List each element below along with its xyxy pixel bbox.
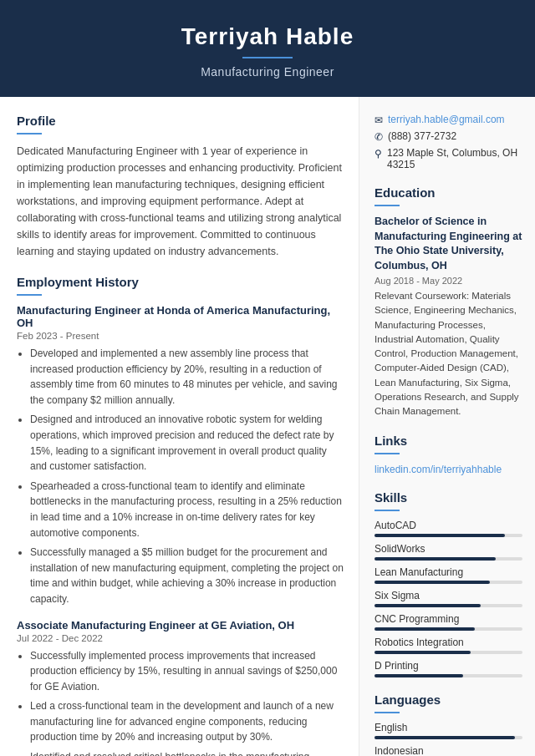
skill-bar-bg-sixsigma — [374, 604, 522, 607]
skills-divider — [374, 510, 400, 511]
skill-name-autocad: AutoCAD — [374, 520, 522, 531]
bullet-1-4: Successfully managed a $5 million budget… — [30, 545, 344, 606]
job-dates-1: Feb 2023 - Present — [17, 331, 344, 341]
skill-bar-fill-sixsigma — [374, 604, 481, 607]
employment-divider — [17, 294, 42, 296]
skill-bar-fill-dprinting — [374, 674, 463, 677]
skill-autocad: AutoCAD — [374, 520, 522, 537]
job-entry-1: Manufacturing Engineer at Honda of Ameri… — [17, 304, 344, 607]
right-column: ✉ terriyah.hable@gmail.com ✆ (888) 377-2… — [359, 97, 535, 756]
address-text: 123 Maple St, Columbus, OH 43215 — [387, 147, 522, 170]
skill-name-lean: Lean Manufacturing — [374, 566, 522, 578]
resume-header: Terriyah Hable Manufacturing Engineer — [0, 0, 535, 97]
skill-lean: Lean Manufacturing — [374, 566, 522, 584]
job-bullets-1: Developed and implemented a new assembly… — [17, 346, 344, 607]
skill-bar-fill-cnc — [374, 627, 475, 631]
skill-bar-fill-lean — [374, 581, 490, 584]
skill-bar-bg-solidworks — [374, 557, 522, 561]
skills-section: Skills AutoCAD SolidWorks Lean Manufactu… — [374, 490, 522, 677]
bullet-2-3: Identified and resolved critical bottlen… — [30, 749, 344, 756]
contact-email: ✉ terriyah.hable@gmail.com — [374, 114, 522, 126]
bullet-2-1: Successfully implemented process improve… — [30, 648, 344, 695]
linkedin-link[interactable]: linkedin.com/in/terriyahhable — [374, 464, 502, 475]
skill-bar-fill-solidworks — [374, 557, 496, 561]
job-title-2: Associate Manufacturing Engineer at GE A… — [17, 619, 344, 632]
links-divider — [374, 453, 400, 454]
contact-phone: ✆ (888) 377-2732 — [374, 130, 522, 143]
skill-robotics: Robotics Integration — [374, 637, 522, 654]
bullet-1-3: Spearheaded a cross-functional team to i… — [30, 479, 344, 540]
lang-bar-bg-english — [374, 736, 522, 739]
job-title-1: Manufacturing Engineer at Honda of Ameri… — [17, 304, 344, 329]
profile-divider — [17, 133, 42, 134]
lang-name-indonesian: Indonesian — [374, 745, 522, 756]
skill-bar-fill-robotics — [374, 651, 471, 654]
contact-address: ⚲ 123 Maple St, Columbus, OH 43215 — [374, 147, 522, 170]
edu-degree: Bachelor of Science in Manufacturing Eng… — [374, 215, 522, 273]
links-section: Links linkedin.com/in/terriyahhable — [374, 434, 522, 475]
candidate-name: Terriyah Hable — [17, 23, 518, 50]
bullet-1-2: Designed and introduced an innovative ro… — [30, 412, 344, 474]
skill-bar-bg-dprinting — [374, 674, 522, 677]
email-link[interactable]: terriyah.hable@gmail.com — [388, 114, 505, 125]
employment-section: Employment History Manufacturing Enginee… — [17, 275, 344, 756]
email-icon: ✉ — [374, 114, 383, 126]
skill-solidworks: SolidWorks — [374, 543, 522, 561]
skill-cnc: CNC Programming — [374, 613, 522, 631]
education-title: Education — [374, 185, 522, 200]
phone-text: (888) 377-2732 — [388, 130, 456, 142]
header-divider — [242, 57, 293, 58]
employment-title: Employment History — [17, 275, 344, 289]
skill-name-dprinting: D Printing — [374, 660, 522, 672]
profile-title: Profile — [17, 114, 344, 128]
lang-english: English — [374, 722, 522, 739]
bullet-2-2: Led a cross-functional team in the devel… — [30, 698, 344, 745]
lang-indonesian: Indonesian — [374, 745, 522, 756]
skill-bar-bg-cnc — [374, 627, 522, 631]
skill-bar-bg-lean — [374, 581, 522, 584]
skill-name-solidworks: SolidWorks — [374, 543, 522, 555]
skill-sixsigma: Six Sigma — [374, 590, 522, 607]
languages-divider — [374, 712, 400, 713]
main-layout: Profile Dedicated Manufacturing Engineer… — [0, 97, 535, 756]
skill-name-cnc: CNC Programming — [374, 613, 522, 625]
job-dates-2: Jul 2022 - Dec 2022 — [17, 633, 344, 643]
skills-title: Skills — [374, 490, 522, 505]
profile-section: Profile Dedicated Manufacturing Engineer… — [17, 114, 344, 260]
contact-section: ✉ terriyah.hable@gmail.com ✆ (888) 377-2… — [374, 114, 522, 170]
left-column: Profile Dedicated Manufacturing Engineer… — [0, 97, 359, 756]
skill-bar-bg-robotics — [374, 651, 522, 654]
education-section: Education Bachelor of Science in Manufac… — [374, 185, 522, 419]
skill-bar-fill-autocad — [374, 534, 505, 537]
job-bullets-2: Successfully implemented process improve… — [17, 648, 344, 757]
skill-name-robotics: Robotics Integration — [374, 637, 522, 648]
edu-courses: Relevant Coursework: Materials Science, … — [374, 289, 522, 419]
links-title: Links — [374, 434, 522, 448]
bullet-1-1: Developed and implemented a new assembly… — [30, 346, 344, 408]
edu-dates: Aug 2018 - May 2022 — [374, 276, 522, 286]
courses-label: Relevant Coursework: — [374, 291, 471, 301]
languages-title: Languages — [374, 693, 522, 707]
phone-icon: ✆ — [374, 131, 383, 143]
languages-section: Languages English Indonesian — [374, 693, 522, 756]
skill-name-sixsigma: Six Sigma — [374, 590, 522, 601]
skill-bar-bg-autocad — [374, 534, 522, 537]
profile-text: Dedicated Manufacturing Engineer with 1 … — [17, 143, 344, 260]
candidate-title: Manufacturing Engineer — [17, 65, 518, 79]
education-divider — [374, 205, 400, 206]
skill-dprinting: D Printing — [374, 660, 522, 677]
courses-text: Materials Science, Engineering Mechanics… — [374, 291, 519, 416]
lang-bar-fill-english — [374, 736, 515, 739]
job-entry-2: Associate Manufacturing Engineer at GE A… — [17, 619, 344, 757]
lang-name-english: English — [374, 722, 522, 733]
location-icon: ⚲ — [374, 148, 382, 160]
